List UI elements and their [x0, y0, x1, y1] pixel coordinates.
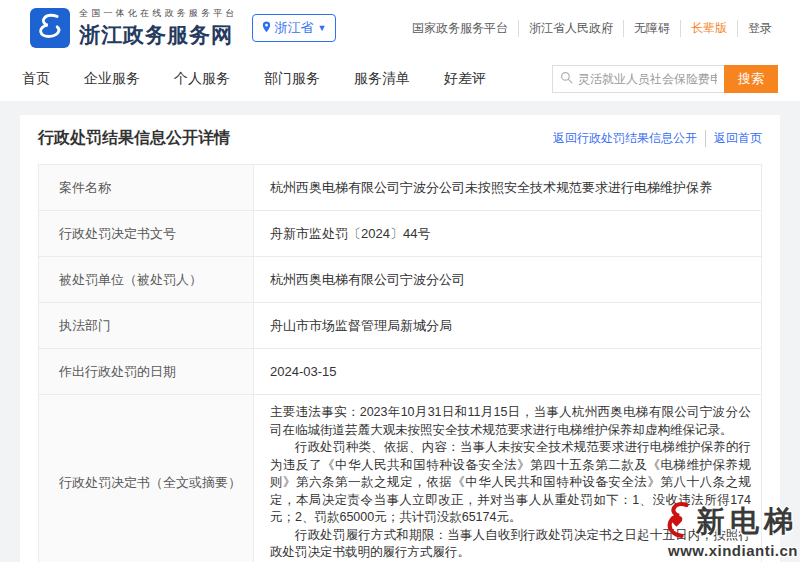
site-header: 全国一体化在线政务服务平台 浙江政务服务网 浙江省 ▼ 国家政务服务平台 浙江省…	[0, 0, 800, 101]
region-selector[interactable]: 浙江省 ▼	[252, 14, 336, 42]
nav-reviews[interactable]: 好差评	[444, 70, 486, 88]
link-national-platform[interactable]: 国家政务服务平台	[402, 20, 519, 37]
link-login[interactable]: 登录	[738, 20, 772, 37]
page-title: 行政处罚结果信息公开详情	[38, 128, 230, 149]
link-accessibility[interactable]: 无障碍	[624, 20, 681, 37]
logo-swirl-icon	[34, 10, 66, 46]
table-row-penalty-date: 作出行政处罚的日期 2024-03-15	[39, 349, 761, 395]
page-header-links: 返回行政处罚结果信息公开 返回首页	[545, 130, 762, 147]
header-top-row: 全国一体化在线政务服务平台 浙江政务服务网 浙江省 ▼ 国家政务服务平台 浙江省…	[0, 0, 800, 56]
row-value: 2024-03-15	[254, 349, 761, 394]
watermark-url: www.xindianti.cn	[664, 542, 798, 559]
table-row-decision-text: 行政处罚决定书（全文或摘要） 主要违法事实：2023年10月31日和11月15日…	[39, 395, 761, 562]
xindianti-watermark: 新电梯 www.xindianti.cn	[664, 500, 798, 559]
site-name: 浙江政务服务网	[79, 21, 238, 49]
row-value: 舟新市监处罚〔2024〕44号	[254, 211, 761, 256]
utility-links: 国家政务服务平台 浙江省人民政府 无障碍 长辈版 登录	[402, 20, 772, 37]
nav-service-list[interactable]: 服务清单	[354, 70, 410, 88]
search-bar: 搜索	[552, 65, 778, 93]
row-value: 杭州西奥电梯有限公司宁波分公司	[254, 257, 761, 302]
penalty-detail-table: 案件名称 杭州西奥电梯有限公司宁波分公司未按照安全技术规范要求进行电梯维护保养 …	[38, 164, 762, 562]
row-label: 作出行政处罚的日期	[39, 349, 254, 394]
main-content: 行政处罚结果信息公开详情 返回行政处罚结果信息公开 返回首页 案件名称 杭州西奥…	[0, 101, 800, 562]
main-nav: 首页 企业服务 个人服务 部门服务 服务清单 好差评 搜索	[0, 56, 800, 101]
nav-department-services[interactable]: 部门服务	[264, 70, 320, 88]
link-provincial-gov[interactable]: 浙江省人民政府	[519, 20, 624, 37]
nav-home[interactable]: 首页	[22, 70, 50, 88]
row-label: 被处罚单位（被处罚人）	[39, 257, 254, 302]
table-row-document-number: 行政处罚决定书文号 舟新市监处罚〔2024〕44号	[39, 211, 761, 257]
brand-text: 全国一体化在线政务服务平台 浙江政务服务网	[79, 7, 238, 49]
row-label: 案件名称	[39, 165, 254, 210]
row-label: 执法部门	[39, 303, 254, 348]
row-label: 行政处罚决定书文号	[39, 211, 254, 256]
card-header: 行政处罚结果信息公开详情 返回行政处罚结果信息公开 返回首页	[38, 128, 762, 149]
detail-card: 行政处罚结果信息公开详情 返回行政处罚结果信息公开 返回首页 案件名称 杭州西奥…	[20, 115, 780, 562]
row-value: 舟山市市场监督管理局新城分局	[254, 303, 761, 348]
xindianti-logo-icon	[664, 500, 694, 544]
search-input[interactable]	[578, 72, 717, 86]
search-button[interactable]: 搜索	[724, 65, 778, 93]
table-row-punished-party: 被处罚单位（被处罚人） 杭州西奥电梯有限公司宁波分公司	[39, 257, 761, 303]
region-label: 浙江省	[275, 19, 314, 37]
chevron-down-icon: ▼	[318, 23, 327, 33]
watermark-top-row: 新电梯	[664, 500, 798, 544]
table-row-case-name: 案件名称 杭州西奥电梯有限公司宁波分公司未按照安全技术规范要求进行电梯维护保养	[39, 165, 761, 211]
row-value: 杭州西奥电梯有限公司宁波分公司未按照安全技术规范要求进行电梯维护保养	[254, 165, 761, 210]
nav-enterprise-services[interactable]: 企业服务	[84, 70, 140, 88]
platform-label: 全国一体化在线政务服务平台	[79, 7, 238, 20]
search-icon	[560, 70, 573, 88]
back-to-home-link[interactable]: 返回首页	[706, 130, 762, 147]
watermark-brand-name: 新电梯	[696, 502, 798, 542]
back-to-list-link[interactable]: 返回行政处罚结果信息公开	[545, 130, 706, 147]
location-pin-icon	[261, 21, 272, 36]
row-label: 行政处罚决定书（全文或摘要）	[39, 395, 254, 562]
link-elder-version[interactable]: 长辈版	[681, 20, 738, 37]
search-input-wrapper	[552, 65, 724, 93]
nav-items: 首页 企业服务 个人服务 部门服务 服务清单 好差评	[22, 70, 486, 88]
nav-personal-services[interactable]: 个人服务	[174, 70, 230, 88]
site-logo[interactable]	[30, 8, 70, 48]
decision-paragraph-facts: 主要违法事实：2023年10月31日和11月15日，当事人杭州西奥电梯有限公司宁…	[270, 404, 751, 439]
table-row-enforcement-department: 执法部门 舟山市市场监督管理局新城分局	[39, 303, 761, 349]
